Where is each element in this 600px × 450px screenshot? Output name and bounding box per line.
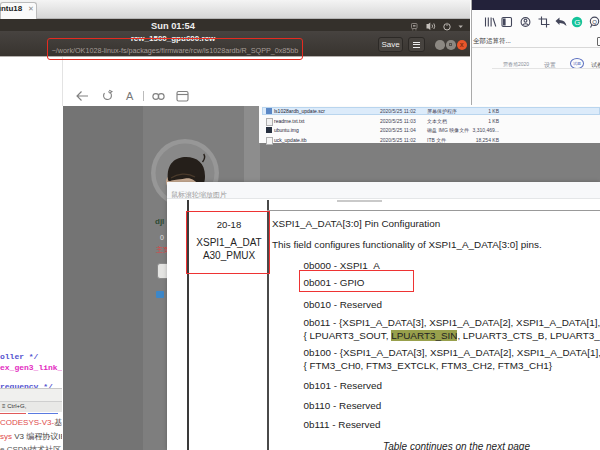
svg-text:G: G <box>574 18 580 27</box>
svg-text:A: A <box>126 90 134 102</box>
svg-text:Q: Q <box>592 19 597 25</box>
